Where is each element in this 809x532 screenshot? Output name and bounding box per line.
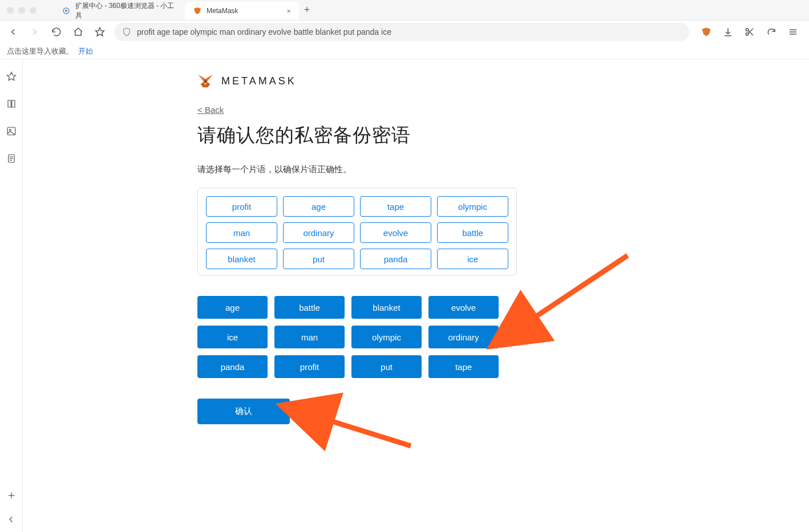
toolbar — [0, 21, 809, 43]
home-button[interactable] — [71, 25, 86, 39]
word-button[interactable]: ordinary — [428, 326, 499, 348]
collapse-icon[interactable] — [6, 514, 17, 525]
address-input[interactable] — [137, 27, 681, 36]
tab-title: MetaMask — [207, 7, 238, 15]
svg-marker-3 — [96, 28, 104, 36]
left-rail — [0, 59, 23, 532]
bookmark-hint: 点击这里导入收藏。 — [7, 46, 74, 56]
word-button[interactable]: put — [351, 355, 422, 378]
svg-marker-23 — [205, 75, 213, 82]
seed-phrase-box: profitagetapeolympicmanordinaryevolvebat… — [197, 188, 517, 275]
word-button[interactable]: man — [274, 326, 345, 348]
seed-chip[interactable]: man — [206, 222, 277, 243]
page-subtitle: 请选择每一个片语，以确保片语正确性。 — [197, 164, 517, 175]
toolbar-right — [696, 26, 803, 38]
gallery-icon[interactable] — [6, 125, 17, 137]
new-tab-button[interactable]: + — [299, 2, 315, 18]
seed-chip[interactable]: tape — [360, 196, 431, 217]
disc-favicon-icon — [62, 6, 71, 15]
favorite-button[interactable] — [92, 25, 107, 39]
svg-marker-22 — [198, 75, 205, 82]
back-button[interactable] — [6, 25, 21, 39]
word-button[interactable]: battle — [274, 296, 345, 319]
seed-chip[interactable]: battle — [437, 222, 508, 243]
word-button[interactable]: profit — [274, 355, 345, 378]
add-icon[interactable] — [6, 490, 17, 501]
undo-icon[interactable] — [766, 26, 777, 38]
seed-chip[interactable]: panda — [360, 249, 431, 269]
word-button[interactable]: ice — [197, 326, 268, 348]
browser-tab[interactable]: 扩展中心 - 360极速浏览器 - 小工具 — [54, 2, 185, 20]
word-button[interactable]: evolve — [428, 296, 499, 319]
browser-tab[interactable]: MetaMask× — [185, 2, 299, 20]
metamask-extension-icon[interactable] — [701, 26, 712, 38]
brand: METAMASK — [197, 73, 517, 89]
svg-line-27 — [525, 255, 628, 324]
page-title: 请确认您的私密备份密语 — [197, 123, 517, 148]
seed-chip[interactable]: ice — [437, 249, 508, 269]
word-button[interactable]: blanket — [351, 296, 422, 319]
seed-chip[interactable]: blanket — [206, 249, 277, 269]
fox-favicon-icon — [193, 6, 202, 15]
zoom-window-button[interactable] — [30, 7, 37, 14]
svg-point-14 — [9, 129, 10, 131]
close-window-button[interactable] — [7, 7, 14, 14]
minimize-window-button[interactable] — [18, 7, 25, 14]
seed-chip[interactable]: evolve — [360, 222, 431, 243]
download-icon[interactable] — [722, 26, 734, 38]
tabs-container: 扩展中心 - 360极速浏览器 - 小工具MetaMask× — [54, 0, 299, 20]
content-area: METAMASK < Back 请确认您的私密备份密语 请选择每一个片语，以确保… — [23, 59, 809, 532]
svg-marker-12 — [7, 72, 15, 80]
back-link[interactable]: < Back — [197, 105, 224, 115]
brand-word: METAMASK — [221, 75, 297, 87]
seed-chip[interactable]: put — [283, 249, 354, 269]
annotation-arrow-1 — [513, 250, 639, 343]
notes-icon[interactable] — [6, 153, 17, 164]
seed-chip[interactable]: olympic — [437, 196, 508, 217]
word-button[interactable]: tape — [428, 355, 499, 378]
traffic-lights — [5, 7, 42, 14]
fox-icon — [197, 73, 213, 89]
reload-button[interactable] — [49, 25, 64, 39]
word-button[interactable]: age — [197, 296, 268, 319]
bookmark-start-link[interactable]: 开始 — [78, 46, 93, 56]
tab-title: 扩展中心 - 360极速浏览器 - 小工具 — [75, 1, 177, 21]
word-selection-grid: agebattleblanketevolveicemanolympicordin… — [197, 296, 499, 378]
menu-icon[interactable] — [787, 26, 799, 38]
confirm-button[interactable]: 确认 — [197, 399, 290, 424]
seed-chip[interactable]: age — [283, 196, 354, 217]
word-button[interactable]: olympic — [351, 326, 422, 348]
favorites-icon[interactable] — [6, 71, 17, 82]
seed-chip[interactable]: ordinary — [283, 222, 354, 243]
address-bar[interactable] — [114, 23, 689, 41]
svg-marker-2 — [194, 7, 201, 14]
seed-chip[interactable]: profit — [206, 196, 277, 217]
forward-button[interactable] — [27, 25, 42, 39]
svg-point-1 — [65, 10, 67, 12]
word-button[interactable]: panda — [197, 355, 268, 378]
svg-marker-4 — [702, 28, 711, 36]
scissors-icon[interactable] — [744, 26, 755, 38]
reading-icon[interactable] — [6, 98, 17, 109]
bookmark-bar: 点击这里导入收藏。 开始 — [0, 43, 809, 59]
shield-icon — [122, 27, 131, 36]
tab-close-icon[interactable]: × — [286, 7, 291, 15]
titlebar: 扩展中心 - 360极速浏览器 - 小工具MetaMask× + — [0, 0, 809, 21]
